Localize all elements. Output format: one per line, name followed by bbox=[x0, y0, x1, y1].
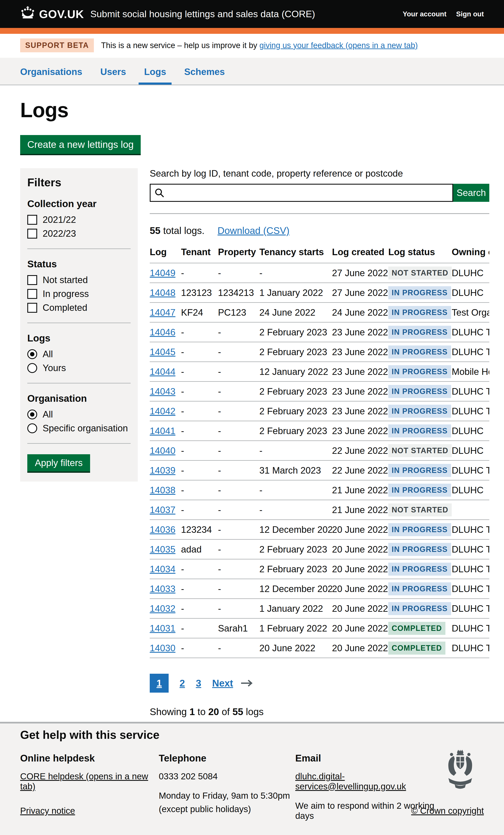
log-created-cell: 27 June 2022 bbox=[332, 283, 388, 303]
checkbox-completed[interactable]: Completed bbox=[27, 302, 130, 313]
pagination-next-link[interactable]: Next bbox=[212, 677, 233, 689]
radio-logs-yours[interactable]: Yours bbox=[27, 363, 130, 373]
next-arrow-icon bbox=[240, 679, 253, 688]
checkbox-not-started[interactable]: Not started bbox=[27, 275, 130, 285]
checkbox-icon[interactable] bbox=[27, 303, 37, 313]
pagination-page-1-current[interactable]: 1 bbox=[150, 674, 169, 693]
core-helpdesk-link[interactable]: CORE helpdesk (opens in a new tab) bbox=[20, 771, 148, 791]
log-created-cell: 24 June 2022 bbox=[332, 303, 388, 322]
log-id-link[interactable]: 14035 bbox=[150, 544, 175, 554]
log-id-link[interactable]: 14034 bbox=[150, 564, 175, 574]
radio-organisation-all[interactable]: All bbox=[27, 409, 130, 420]
log-id-link[interactable]: 14041 bbox=[150, 426, 175, 436]
log-status-cell: IN PROGRESS bbox=[388, 480, 452, 500]
log-id-cell: 14042 bbox=[150, 401, 181, 421]
crown-copyright-link[interactable]: © Crown copyright bbox=[411, 806, 484, 816]
log-status-cell: IN PROGRESS bbox=[388, 303, 452, 322]
checkbox-icon[interactable] bbox=[27, 289, 37, 299]
log-id-link[interactable]: 14037 bbox=[150, 505, 175, 515]
tab-logs[interactable]: Logs bbox=[139, 66, 172, 85]
tenant-cell: - bbox=[181, 638, 218, 658]
log-id-link[interactable]: 14033 bbox=[150, 584, 175, 594]
sign-out-link[interactable]: Sign out bbox=[456, 10, 484, 18]
search-input[interactable] bbox=[150, 184, 453, 202]
tab-organisations[interactable]: Organisations bbox=[15, 66, 88, 85]
status-badge: IN PROGRESS bbox=[388, 306, 451, 319]
tenant-cell: - bbox=[181, 322, 218, 342]
property-cell: - bbox=[218, 520, 259, 539]
log-id-link[interactable]: 14042 bbox=[150, 406, 175, 416]
telephone-title: Telephone bbox=[159, 752, 295, 764]
owning-organisation-cell: DLUHC Tes bbox=[452, 461, 489, 480]
log-id-link[interactable]: 14048 bbox=[150, 287, 175, 298]
checkbox-2022-23[interactable]: 2022/23 bbox=[27, 228, 130, 239]
create-lettings-log-button[interactable]: Create a new lettings log bbox=[20, 135, 141, 154]
log-id-link[interactable]: 14031 bbox=[150, 623, 175, 633]
property-cell: - bbox=[218, 401, 259, 421]
download-csv-link[interactable]: Download (CSV) bbox=[218, 225, 289, 236]
table-row: 14035 adad - 2 February 2023 20 June 202… bbox=[150, 539, 489, 559]
col-header-log: Log bbox=[150, 247, 181, 263]
log-id-link[interactable]: 14045 bbox=[150, 347, 175, 357]
tenancy-starts-cell: 2 February 2023 bbox=[259, 322, 332, 342]
log-id-link[interactable]: 14049 bbox=[150, 268, 175, 278]
log-id-link[interactable]: 14043 bbox=[150, 386, 175, 396]
checkbox-icon[interactable] bbox=[27, 275, 37, 285]
checkbox-in-progress[interactable]: In progress bbox=[27, 288, 130, 299]
log-id-link[interactable]: 14040 bbox=[150, 445, 175, 456]
your-account-link[interactable]: Your account bbox=[403, 10, 446, 18]
table-row: 14031 - Sarah1 1 February 2022 20 June 2… bbox=[150, 618, 489, 638]
tenant-cell: - bbox=[181, 480, 218, 500]
tenancy-starts-cell: - bbox=[259, 500, 332, 520]
total-logs-count: 55 bbox=[150, 225, 160, 236]
tab-users[interactable]: Users bbox=[95, 66, 132, 85]
log-id-cell: 14031 bbox=[150, 618, 181, 638]
feedback-link[interactable]: giving us your feedback (opens in a new … bbox=[259, 41, 418, 50]
table-row: 14049 - - - 27 June 2022 NOT STARTED DLU… bbox=[150, 263, 489, 283]
table-row: 14039 - - 31 March 2023 22 June 2022 IN … bbox=[150, 461, 489, 480]
radio-label: All bbox=[43, 349, 53, 359]
col-header-tenancy-starts: Tenancy starts bbox=[259, 247, 332, 263]
apply-filters-button[interactable]: Apply filters bbox=[27, 454, 90, 471]
log-id-cell: 14034 bbox=[150, 559, 181, 579]
log-created-cell: 22 June 2022 bbox=[332, 441, 388, 461]
log-status-cell: IN PROGRESS bbox=[388, 599, 452, 618]
table-row: 14032 - - 1 January 2022 20 June 2022 IN… bbox=[150, 599, 489, 618]
govuk-logo[interactable]: GOV.UK bbox=[20, 6, 84, 22]
radio-icon[interactable] bbox=[27, 423, 37, 433]
service-name[interactable]: Submit social housing lettings and sales… bbox=[90, 8, 403, 20]
log-id-link[interactable]: 14039 bbox=[150, 465, 175, 475]
checkbox-icon[interactable] bbox=[27, 215, 37, 225]
tab-schemes[interactable]: Schemes bbox=[179, 66, 230, 85]
filters-divider bbox=[27, 443, 130, 444]
log-id-cell: 14030 bbox=[150, 638, 181, 658]
checkbox-icon[interactable] bbox=[27, 229, 37, 239]
log-id-link[interactable]: 14030 bbox=[150, 643, 175, 653]
log-id-link[interactable]: 14036 bbox=[150, 524, 175, 535]
log-id-cell: 14036 bbox=[150, 520, 181, 539]
log-id-link[interactable]: 14032 bbox=[150, 603, 175, 614]
log-id-cell: 14044 bbox=[150, 362, 181, 382]
log-id-link[interactable]: 14038 bbox=[150, 485, 175, 495]
log-id-link[interactable]: 14047 bbox=[150, 307, 175, 318]
checkbox-2021-22[interactable]: 2021/22 bbox=[27, 215, 130, 225]
privacy-notice-link[interactable]: Privacy notice bbox=[20, 806, 75, 816]
log-created-cell: 20 June 2022 bbox=[332, 559, 388, 579]
status-badge: IN PROGRESS bbox=[388, 345, 451, 359]
owning-organisation-cell: DLUHC bbox=[452, 263, 489, 283]
email-link[interactable]: dluhc.digital-services@levellingup.gov.u… bbox=[295, 771, 406, 791]
log-id-link[interactable]: 14044 bbox=[150, 366, 175, 377]
radio-icon[interactable] bbox=[27, 409, 37, 420]
radio-logs-all[interactable]: All bbox=[27, 349, 130, 359]
radio-icon[interactable] bbox=[27, 349, 37, 359]
log-id-link[interactable]: 14046 bbox=[150, 327, 175, 337]
search-button[interactable]: Search bbox=[453, 184, 489, 202]
pagination-page-3[interactable]: 3 bbox=[196, 677, 201, 689]
property-cell: - bbox=[218, 263, 259, 283]
owning-organisation-cell: DLUHC Tes bbox=[452, 579, 489, 599]
radio-organisation-specific[interactable]: Specific organisation bbox=[27, 423, 130, 433]
log-status-cell: COMPLETED bbox=[388, 638, 452, 658]
pagination-page-2[interactable]: 2 bbox=[180, 677, 185, 689]
radio-icon[interactable] bbox=[27, 363, 37, 373]
filters-divider bbox=[27, 383, 130, 384]
